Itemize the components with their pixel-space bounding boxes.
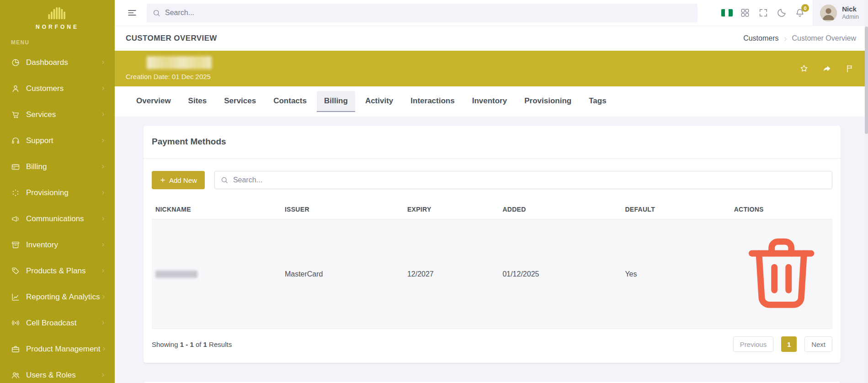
table-footer: Showing 1 - 1 of 1 Results Previous 1 Ne… bbox=[152, 336, 832, 352]
notification-count-badge: 0 bbox=[801, 4, 809, 12]
notifications-button[interactable]: 0 bbox=[791, 4, 809, 22]
sidebar-item-users-roles[interactable]: Users & Roles bbox=[0, 362, 115, 383]
tab-tags[interactable]: Tags bbox=[581, 91, 613, 112]
delete-payment-method-button[interactable] bbox=[734, 314, 829, 322]
sidebar-item-label: Provisioning bbox=[26, 188, 100, 197]
column-header-added: ADDED bbox=[499, 201, 621, 219]
dashboard-icon bbox=[11, 58, 20, 67]
chart-icon bbox=[11, 293, 20, 302]
chevron-right-icon bbox=[783, 36, 788, 42]
search-icon bbox=[152, 9, 161, 17]
sidebar-item-communications[interactable]: Communications bbox=[0, 206, 115, 232]
sidebar-item-label: Communications bbox=[26, 214, 100, 223]
sidebar-item-label: Support bbox=[26, 136, 100, 145]
logo-text: NORFONE bbox=[36, 24, 79, 30]
chevron-right-icon bbox=[100, 137, 107, 144]
chevron-right-icon bbox=[100, 319, 107, 326]
sidebar-item-label: Inventory bbox=[26, 240, 100, 250]
pagination-previous[interactable]: Previous bbox=[733, 336, 773, 352]
chevron-right-icon bbox=[100, 85, 107, 92]
banner-actions bbox=[799, 64, 854, 73]
sidebar-item-inventory[interactable]: Inventory bbox=[0, 232, 115, 258]
sidebar-item-reporting-analytics[interactable]: Reporting & Analytics bbox=[0, 284, 115, 310]
table-header-row: NICKNAME ISSUER EXPIRY ADDED DEFAULT ACT… bbox=[152, 201, 832, 219]
nickname-redacted bbox=[155, 271, 197, 278]
tab-overview[interactable]: Overview bbox=[129, 91, 178, 112]
user-avatar bbox=[820, 5, 837, 21]
menu-section-label: MENU bbox=[0, 30, 115, 49]
loader-icon bbox=[11, 188, 20, 197]
creation-date: Creation Date: 01 Dec 2025 bbox=[126, 73, 856, 80]
user-name: Nick bbox=[842, 5, 859, 14]
customer-tabs: Overview Sites Services Contacts Billing… bbox=[115, 86, 868, 117]
column-header-issuer: ISSUER bbox=[281, 201, 404, 219]
tab-interactions[interactable]: Interactions bbox=[403, 91, 462, 112]
user-info: Nick Admin bbox=[842, 5, 859, 21]
breadcrumb-customers-link[interactable]: Customers bbox=[743, 34, 778, 43]
favorite-star-icon[interactable] bbox=[799, 64, 809, 73]
global-search-input[interactable] bbox=[147, 4, 698, 22]
sidebar-item-services[interactable]: Services bbox=[0, 101, 115, 128]
tab-services[interactable]: Services bbox=[217, 91, 263, 112]
sidebar-item-products-plans[interactable]: Products & Plans bbox=[0, 258, 115, 284]
chevron-right-icon bbox=[100, 293, 107, 300]
tab-content: Payment Methods Add New bbox=[115, 117, 868, 383]
sidebar-item-label: Billing bbox=[26, 162, 100, 171]
chevron-right-icon bbox=[101, 346, 107, 352]
column-header-nickname: NICKNAME bbox=[152, 201, 281, 219]
fullscreen-icon bbox=[758, 8, 768, 18]
topbar: 0 Nick Admin bbox=[115, 0, 868, 26]
billing-icon bbox=[11, 162, 20, 171]
tab-inventory[interactable]: Inventory bbox=[465, 91, 515, 112]
page-header: CUSTOMER OVERVIEW Customers Customer Ove… bbox=[115, 26, 868, 51]
sidebar-item-dashboards[interactable]: Dashboards bbox=[0, 49, 115, 75]
tab-billing[interactable]: Billing bbox=[317, 91, 355, 112]
tab-sites[interactable]: Sites bbox=[181, 91, 214, 112]
page-title: CUSTOMER OVERVIEW bbox=[126, 34, 217, 43]
payment-methods-table: NICKNAME ISSUER EXPIRY ADDED DEFAULT ACT… bbox=[152, 201, 832, 329]
payment-search bbox=[214, 171, 832, 189]
dark-mode-button[interactable] bbox=[772, 4, 791, 22]
search-icon bbox=[220, 176, 229, 184]
cart-icon bbox=[11, 110, 20, 119]
app-logo[interactable]: NORFONE bbox=[0, 0, 115, 30]
global-search bbox=[147, 4, 698, 22]
sidebar-item-product-management[interactable]: Product Management bbox=[0, 336, 115, 362]
megaphone-icon bbox=[11, 214, 20, 223]
chevron-right-icon bbox=[100, 59, 107, 66]
fullscreen-button[interactable] bbox=[754, 4, 772, 22]
users-icon bbox=[11, 371, 20, 380]
apps-grid-button[interactable] bbox=[736, 4, 754, 22]
tab-contacts[interactable]: Contacts bbox=[266, 91, 314, 112]
breadcrumb: Customers Customer Overview bbox=[743, 34, 856, 43]
main-area: 0 Nick Admin CUSTOMER OVERVIEW Customers bbox=[115, 0, 868, 383]
pagination-page-1[interactable]: 1 bbox=[781, 336, 797, 352]
sidebar-item-label: Product Management bbox=[26, 345, 101, 354]
pagination-next[interactable]: Next bbox=[804, 336, 832, 352]
column-header-default: DEFAULT bbox=[621, 201, 730, 219]
sidebar-item-cell-broadcast[interactable]: Cell Broadcast bbox=[0, 310, 115, 336]
broadcast-icon bbox=[11, 319, 20, 328]
sidebar-item-customers[interactable]: Customers bbox=[0, 75, 115, 101]
plus-icon bbox=[160, 177, 166, 183]
payment-methods-body: Add New NICKNAME ISSUER bbox=[144, 159, 841, 363]
sidebar-item-label: Users & Roles bbox=[26, 371, 100, 380]
moon-icon bbox=[777, 8, 787, 18]
sidebar-item-billing[interactable]: Billing bbox=[0, 154, 115, 180]
tab-provisioning[interactable]: Provisioning bbox=[517, 91, 579, 112]
sidebar-item-provisioning[interactable]: Provisioning bbox=[0, 180, 115, 206]
add-new-button[interactable]: Add New bbox=[152, 171, 205, 189]
cell-issuer: MasterCard bbox=[281, 219, 404, 329]
scrollbar-thumb[interactable] bbox=[865, 27, 868, 134]
sidebar-item-support[interactable]: Support bbox=[0, 128, 115, 154]
flag-icon[interactable] bbox=[845, 64, 854, 73]
language-flag-button[interactable] bbox=[718, 4, 736, 22]
user-menu[interactable]: Nick Admin bbox=[813, 0, 868, 26]
cell-expiry: 12/2027 bbox=[404, 219, 499, 329]
hamburger-menu-button[interactable] bbox=[123, 4, 141, 22]
payment-search-input[interactable] bbox=[214, 171, 832, 189]
tab-activity[interactable]: Activity bbox=[358, 91, 400, 112]
share-forward-icon[interactable] bbox=[822, 64, 831, 73]
chevron-right-icon bbox=[100, 267, 107, 274]
user-role: Admin bbox=[842, 13, 859, 21]
